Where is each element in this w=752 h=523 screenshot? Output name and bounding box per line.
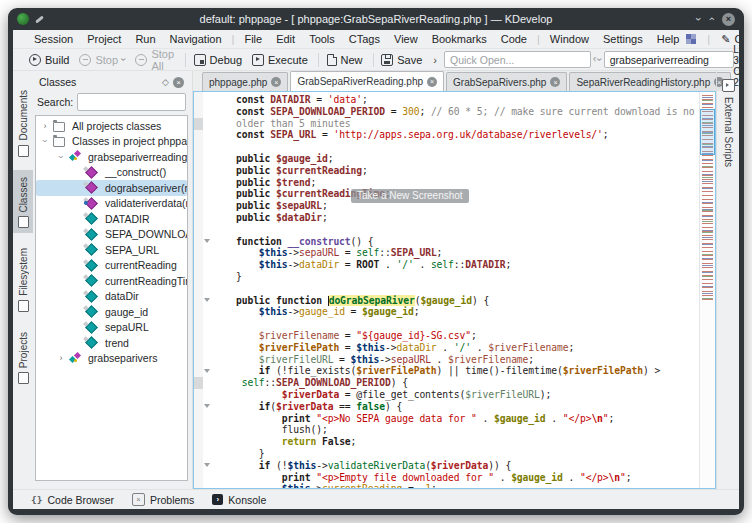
quick-open-input[interactable] bbox=[444, 51, 591, 68]
fold-arrow-icon[interactable] bbox=[204, 404, 210, 408]
code-line[interactable]: const SEPA_URL = 'http://apps.sepa.org.u… bbox=[213, 129, 700, 141]
titlebar[interactable]: default: phppage - [ phppage:GrabSepaRiv… bbox=[8, 8, 744, 30]
close-panel-icon[interactable]: × bbox=[173, 77, 184, 88]
code-line[interactable] bbox=[213, 141, 700, 153]
menu-bookmarks[interactable]: Bookmarks bbox=[425, 33, 494, 45]
menu-help[interactable]: Help bbox=[650, 33, 687, 45]
fold-arrow-icon[interactable] bbox=[204, 463, 210, 467]
menu-run[interactable]: Run bbox=[128, 33, 162, 45]
close-tab-icon[interactable]: × bbox=[427, 77, 437, 87]
menu-tools[interactable]: Tools bbox=[302, 33, 342, 45]
tree-item[interactable]: ›grabsepariverreading bbox=[36, 149, 187, 165]
fold-arrow-icon[interactable] bbox=[204, 298, 210, 302]
code-line[interactable]: const SEPA_DOWNLOAD_PERIOD = 300; // 60 … bbox=[213, 106, 700, 118]
code-line[interactable]: print "<p>Empty file downloaded for " . … bbox=[213, 472, 700, 484]
save-button[interactable]: Save bbox=[377, 53, 428, 67]
code-line[interactable]: } bbox=[213, 271, 700, 283]
search-input[interactable] bbox=[604, 51, 734, 68]
search-dropdown-icon[interactable]: › bbox=[737, 58, 739, 61]
tree-item[interactable]: ›trend bbox=[36, 335, 187, 351]
code-line[interactable]: public $gauge_id; bbox=[213, 153, 700, 165]
code-line[interactable]: public $dataDir; bbox=[213, 212, 700, 224]
sidebar-tab-filesystem[interactable]: Filesystem bbox=[13, 241, 33, 317]
sidebar-tab-projects[interactable]: Projects bbox=[13, 325, 33, 389]
tab-GrabSepaRivers.php[interactable]: GrabSepaRivers.php× bbox=[446, 72, 567, 91]
code-line[interactable]: return False; bbox=[213, 436, 700, 448]
code-line[interactable]: public function doGrabSepaRiver($gauge_i… bbox=[213, 295, 700, 307]
tree-item[interactable]: ›grabseparivers bbox=[36, 351, 187, 367]
bottom-button-code-browser[interactable]: {}Code Browser bbox=[31, 494, 114, 506]
toolbar-overflow-icon[interactable]: › bbox=[430, 54, 440, 66]
code-line[interactable]: if (!file_exists($riverFilePath) || time… bbox=[213, 365, 700, 377]
new-button[interactable]: New bbox=[323, 53, 369, 67]
code-line[interactable]: $this->currentReading = -1; bbox=[213, 483, 700, 488]
minimap-viewport[interactable] bbox=[700, 109, 715, 155]
tree-item[interactable]: ›dataDir bbox=[36, 289, 187, 305]
close-tab-icon[interactable]: × bbox=[550, 77, 560, 87]
menu-settings[interactable]: Settings bbox=[596, 33, 650, 45]
tree-item[interactable]: ›validateriverdata(mixed) bbox=[36, 196, 187, 212]
detach-panel-icon[interactable]: ◇ bbox=[162, 77, 169, 87]
menu-edit[interactable]: Edit bbox=[269, 33, 302, 45]
bottom-button-problems[interactable]: ×Problems bbox=[132, 493, 194, 506]
code-line[interactable] bbox=[213, 224, 700, 236]
dropdown-icon[interactable]: › bbox=[118, 58, 129, 61]
tree-item[interactable]: ›currentReading bbox=[36, 258, 187, 274]
code-line[interactable]: $riverFilename = "${gauge_id}-SG.csv"; bbox=[213, 330, 700, 342]
classes-search-input[interactable] bbox=[77, 93, 186, 111]
tree-item[interactable]: ›Classes in project phppage bbox=[36, 134, 187, 150]
code-line[interactable]: const DATADIR = 'data'; bbox=[213, 94, 700, 106]
code-line[interactable]: public $trend; bbox=[213, 177, 700, 189]
stop-button[interactable]: Stop› bbox=[75, 53, 131, 67]
code-line[interactable]: flush(); bbox=[213, 424, 700, 436]
fold-arrow-icon[interactable] bbox=[204, 369, 210, 373]
code-line[interactable]: $riverFilePath = $this->dataDir . '/' . … bbox=[213, 342, 700, 354]
code-line[interactable]: older than 5 minutes bbox=[213, 118, 700, 130]
code-line[interactable]: $riverFileURL = $this->sepaURL . $riverF… bbox=[213, 354, 700, 366]
area-switcher-icon[interactable] bbox=[686, 34, 696, 44]
expander-icon[interactable]: › bbox=[40, 137, 50, 145]
menu-code[interactable]: Code bbox=[494, 33, 534, 45]
tree-item[interactable]: ›sepaURL bbox=[36, 320, 187, 336]
tree-item[interactable]: ›SEPA_URL bbox=[36, 242, 187, 258]
code-line[interactable]: if (!$this->validateRiverData($riverData… bbox=[213, 460, 700, 472]
code-line[interactable] bbox=[213, 318, 700, 330]
code-line[interactable]: function __construct() { bbox=[213, 236, 700, 248]
sidebar-tab-documents[interactable]: Documents bbox=[13, 83, 33, 162]
close-tab-icon[interactable]: × bbox=[271, 77, 281, 87]
expander-icon[interactable]: › bbox=[57, 353, 65, 363]
code-lines[interactable]: const DATADIR = 'data'; const SEPA_DOWNL… bbox=[210, 94, 700, 488]
code-line[interactable]: $this->dataDir = ROOT . '/' . self::DATA… bbox=[213, 259, 700, 271]
tree-item[interactable]: ›currentReadingTime bbox=[36, 273, 187, 289]
menu-window[interactable]: Window bbox=[543, 33, 596, 45]
close-icon[interactable]: × bbox=[722, 13, 735, 26]
code-line[interactable]: self::SEPA_DOWNLOAD_PERIOD) { bbox=[213, 377, 700, 389]
code-line[interactable]: $this->sepaURL = self::SEPA_URL; bbox=[213, 247, 700, 259]
stop-all-button[interactable]: Stop All bbox=[131, 47, 180, 73]
sidebar-tab-classes[interactable]: Classes bbox=[13, 170, 33, 234]
tab-external-scripts[interactable]: External Scripts bbox=[723, 97, 734, 167]
minimap-scrollbar[interactable] bbox=[699, 92, 715, 488]
maximize-icon[interactable]: › bbox=[706, 17, 716, 21]
code-line[interactable]: } bbox=[213, 448, 700, 460]
code-line[interactable]: if($riverData == false) { bbox=[213, 401, 700, 413]
code-line[interactable]: public $currentReading; bbox=[213, 165, 700, 177]
quickopen-dropdown-icon[interactable]: › bbox=[595, 58, 606, 61]
code-line[interactable] bbox=[213, 283, 700, 295]
tree-item[interactable]: ›__construct() bbox=[36, 165, 187, 181]
code-line[interactable]: $this->gauge_id = $gauge_id; bbox=[213, 306, 700, 318]
execute-button[interactable]: Execute bbox=[248, 53, 314, 67]
menu-file[interactable]: File bbox=[237, 33, 269, 45]
expander-icon[interactable]: › bbox=[56, 153, 66, 161]
menu-project[interactable]: Project bbox=[80, 33, 128, 45]
tree-item[interactable]: ›DATADIR bbox=[36, 211, 187, 227]
code-line[interactable]: $riverData = @file_get_contents($riverFi… bbox=[213, 389, 700, 401]
code-area[interactable]: const DATADIR = 'data'; const SEPA_DOWNL… bbox=[193, 91, 716, 489]
editor-gutter[interactable] bbox=[194, 92, 210, 488]
tree-item[interactable]: ›dograbsepariver(mixed) bbox=[36, 180, 187, 196]
menu-navigation[interactable]: Navigation bbox=[163, 33, 229, 45]
tab-GrabSepaRiverReading.php[interactable]: GrabSepaRiverReading.php× bbox=[290, 71, 444, 91]
tree-item[interactable]: ›All projects classes bbox=[36, 118, 187, 134]
tab-phppage.php[interactable]: phppage.php× bbox=[202, 72, 288, 91]
minimize-icon[interactable]: › bbox=[693, 17, 703, 21]
